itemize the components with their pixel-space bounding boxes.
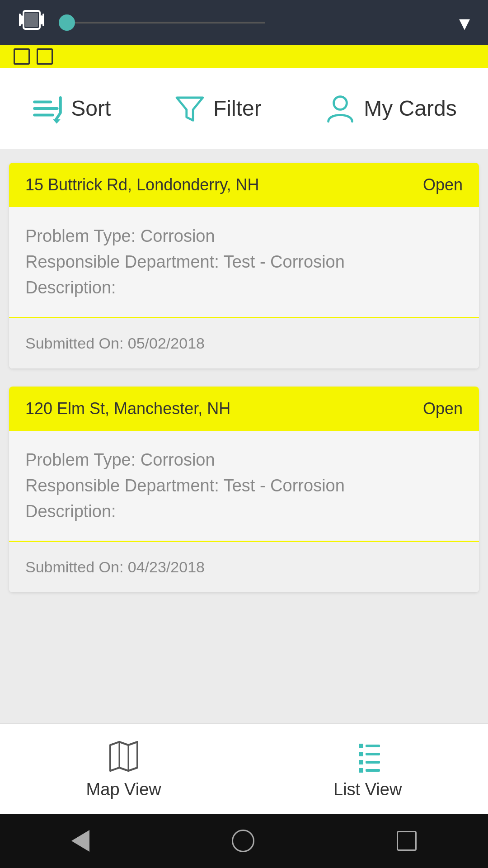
card-2-body: Problem Type: Corrosion Responsible Depa…	[9, 431, 479, 542]
svg-rect-22	[366, 769, 380, 772]
map-view-button[interactable]: Map View	[59, 729, 188, 808]
card-2-problem-type: Problem Type: Corrosion	[25, 447, 463, 473]
svg-marker-12	[110, 742, 137, 771]
filter-icon	[174, 92, 206, 125]
status-left	[18, 6, 265, 39]
svg-marker-9	[53, 119, 61, 124]
map-icon	[106, 738, 142, 774]
window-icon-1	[14, 48, 30, 65]
dropdown-icon[interactable]: ▾	[459, 10, 470, 35]
card-2-address: 120 Elm St, Manchester, NH	[25, 399, 230, 418]
mycards-icon	[324, 92, 357, 125]
svg-rect-16	[366, 745, 380, 747]
sort-icon	[31, 92, 64, 125]
svg-rect-17	[359, 752, 363, 756]
filter-button[interactable]: Filter	[160, 83, 275, 134]
svg-rect-15	[359, 744, 363, 748]
mycards-label: My Cards	[364, 96, 456, 121]
svg-marker-10	[177, 98, 203, 120]
home-icon	[232, 830, 254, 852]
window-icons	[14, 48, 53, 65]
card-2-responsible: Responsible Department: Test - Corrosion	[25, 473, 463, 499]
recents-icon	[397, 831, 417, 851]
card-2-description: Description:	[25, 499, 463, 524]
card-1-submitted: Submitted On: 05/02/2018	[25, 335, 205, 352]
yellow-top-bar	[0, 45, 488, 68]
sort-label: Sort	[71, 96, 111, 121]
card-1-footer: Submitted On: 05/02/2018	[9, 318, 479, 368]
sort-button[interactable]: Sort	[18, 83, 124, 134]
card-2-header: 120 Elm St, Manchester, NH Open	[9, 387, 479, 431]
recents-button[interactable]	[397, 831, 417, 851]
card-2-status: Open	[423, 399, 463, 418]
list-view-button[interactable]: List View	[306, 729, 429, 808]
card-1-body: Problem Type: Corrosion Responsible Depa…	[9, 207, 479, 318]
list-label: List View	[333, 780, 402, 799]
vibrate-icon	[18, 6, 45, 39]
main-content: 15 Buttrick Rd, Londonderry, NH Open Pro…	[0, 149, 488, 723]
mycards-button[interactable]: My Cards	[310, 83, 470, 134]
card-1-header: 15 Buttrick Rd, Londonderry, NH Open	[9, 163, 479, 207]
status-bar: ▾	[0, 0, 488, 45]
list-icon	[350, 738, 386, 774]
android-nav	[0, 814, 488, 868]
card-1-problem-type: Problem Type: Corrosion	[25, 223, 463, 249]
bottom-nav: Map View List View	[0, 723, 488, 814]
svg-rect-20	[366, 761, 380, 764]
svg-rect-18	[366, 753, 380, 755]
back-button[interactable]	[71, 830, 89, 852]
card-2[interactable]: 120 Elm St, Manchester, NH Open Problem …	[9, 387, 479, 592]
card-1-responsible: Responsible Department: Test - Corrosion	[25, 249, 463, 275]
card-1-description: Description:	[25, 275, 463, 301]
map-label: Map View	[86, 780, 161, 799]
filter-label: Filter	[213, 96, 262, 121]
back-icon	[71, 830, 89, 852]
card-2-footer: Submitted On: 04/23/2018	[9, 542, 479, 592]
toolbar: Sort Filter My Cards	[0, 68, 488, 149]
card-1[interactable]: 15 Buttrick Rd, Londonderry, NH Open Pro…	[9, 163, 479, 368]
volume-slider[interactable]	[59, 14, 265, 31]
svg-rect-1	[25, 13, 38, 27]
card-1-status: Open	[423, 175, 463, 194]
card-2-submitted: Submitted On: 04/23/2018	[25, 558, 205, 576]
home-button[interactable]	[232, 830, 254, 852]
svg-rect-21	[359, 768, 363, 773]
svg-rect-19	[359, 760, 363, 764]
svg-point-11	[334, 96, 347, 109]
card-1-address: 15 Buttrick Rd, Londonderry, NH	[25, 175, 259, 194]
window-icon-2	[37, 48, 53, 65]
